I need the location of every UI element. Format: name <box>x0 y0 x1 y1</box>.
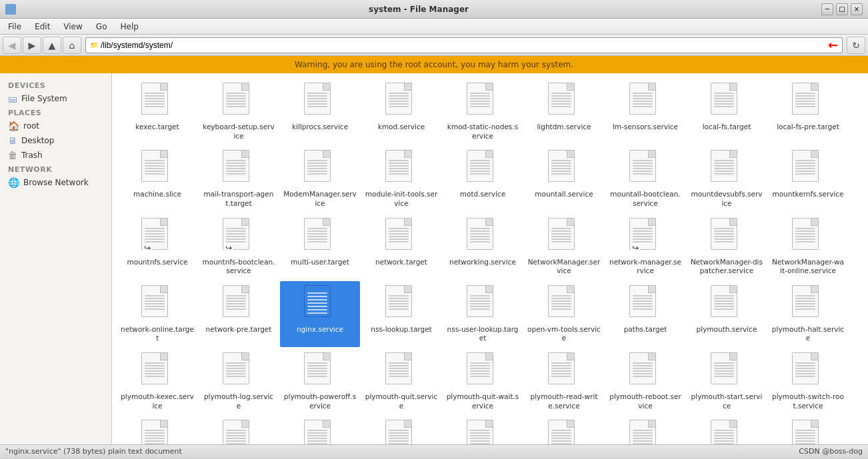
list-item[interactable]: plymouth-start.service <box>687 348 767 414</box>
file-label: machine.slice <box>133 190 181 199</box>
file-icon <box>223 150 255 187</box>
list-item[interactable]: killprocs.service <box>280 79 360 145</box>
forward-button[interactable]: ▶ <box>23 37 41 54</box>
file-label: mail-transport-agent.target <box>202 190 275 208</box>
maximize-button[interactable]: □ <box>836 3 848 15</box>
minimize-button[interactable]: − <box>821 3 833 15</box>
list-item[interactable]: NetworkManager-wait-online.service <box>768 214 848 280</box>
list-item[interactable]: mountall.service <box>524 146 604 212</box>
file-label: mountdevsubfs.service <box>690 190 763 208</box>
close-button[interactable]: × <box>851 3 863 15</box>
sidebar-item-desktop[interactable]: 🖥 Desktop <box>0 133 111 148</box>
file-label: network-manager.service <box>609 258 682 276</box>
list-item[interactable]: ModemManager.service <box>280 146 360 212</box>
up-button[interactable]: ▲ <box>43 37 61 54</box>
list-item[interactable]: plymouth-log.service <box>199 348 279 414</box>
content-area[interactable]: kexec.targetkeyboard-setup.servicekillpr… <box>112 73 868 444</box>
list-item[interactable]: printer.target <box>361 416 441 444</box>
list-item[interactable]: NetworkManager-dispatcher.service <box>687 214 767 280</box>
list-item[interactable]: procps.service <box>443 416 523 444</box>
list-item[interactable]: quotaon.service <box>687 416 767 444</box>
list-item[interactable]: kmod-static-nodes.service <box>443 79 523 145</box>
list-item[interactable]: kmod.service <box>361 79 441 145</box>
file-icon <box>385 352 417 390</box>
file-icon <box>548 285 580 322</box>
back-button[interactable]: ◀ <box>3 37 21 54</box>
file-icon <box>548 150 580 187</box>
file-label: plymouth-quit.service <box>365 392 438 410</box>
list-item[interactable]: paths.target <box>605 281 685 347</box>
list-item[interactable]: plymouth-quit.service <box>361 348 441 414</box>
file-icon <box>223 285 255 322</box>
menu-help[interactable]: Help <box>115 21 143 33</box>
list-item[interactable]: plymouth-switch-root.service <box>768 348 848 414</box>
file-icon <box>304 420 336 444</box>
sidebar-item-browse-network[interactable]: 🌐 Browse Network <box>0 175 111 190</box>
file-label: plymouth-read-write.service <box>527 392 601 410</box>
list-item[interactable]: machine.slice <box>117 146 197 212</box>
file-icon <box>711 150 743 187</box>
list-item[interactable]: mountkernfs.service <box>768 146 848 212</box>
file-label: NetworkManager-dispatcher.service <box>690 258 763 276</box>
file-icon <box>304 218 336 255</box>
list-item[interactable]: ↪mountnfs.service <box>117 214 197 280</box>
devices-section-title: DEVICES <box>0 79 111 91</box>
menu-go[interactable]: Go <box>91 21 113 33</box>
list-item[interactable]: lm-sensors.service <box>605 79 685 145</box>
menu-view[interactable]: View <box>58 21 87 33</box>
list-item[interactable]: plymouth-halt.service <box>768 281 848 347</box>
list-item[interactable]: kexec.target <box>117 79 197 145</box>
list-item[interactable]: nss-user-lookup.target <box>443 281 523 347</box>
list-item[interactable]: proc-sys-fs-binfmt_misc.automount <box>524 416 604 444</box>
list-item[interactable]: pppd-dns.service <box>280 416 360 444</box>
sidebar-item-root[interactable]: 🏠 root <box>0 119 111 133</box>
list-item[interactable]: network.target <box>361 214 441 280</box>
list-item[interactable]: local-fs-pre.target <box>768 79 848 145</box>
list-item[interactable]: keyboard-setup.service <box>199 79 279 145</box>
file-icon <box>548 352 580 390</box>
list-item[interactable]: plymouth-kexec.service <box>117 348 197 414</box>
file-label: mountkernfs.service <box>772 190 843 199</box>
reload-button[interactable]: ↻ <box>847 37 865 54</box>
file-label: plymouth-log.service <box>202 392 275 410</box>
list-item[interactable]: nginx.service <box>280 281 360 347</box>
list-item[interactable]: plymouth-quit-wait.service <box>443 348 523 414</box>
list-item[interactable]: network-online.target <box>117 281 197 347</box>
file-icon <box>711 285 743 322</box>
list-item[interactable]: multi-user.target <box>280 214 360 280</box>
menu-file[interactable]: File <box>3 21 27 33</box>
list-item[interactable]: plymouth.service <box>687 281 767 347</box>
file-icon <box>141 285 173 322</box>
list-item[interactable]: network-pre.target <box>199 281 279 347</box>
file-label: mountall.service <box>535 190 593 199</box>
list-item[interactable]: ↪network-manager.service <box>605 214 685 280</box>
list-item[interactable]: networking.service <box>443 214 523 280</box>
sidebar-item-trash[interactable]: 🗑 Trash <box>0 148 111 163</box>
list-item[interactable]: local-fs.target <box>687 79 767 145</box>
file-icon <box>141 150 173 187</box>
list-item[interactable]: mail-transport-agent.target <box>199 146 279 212</box>
list-item[interactable]: motd.service <box>443 146 523 212</box>
list-item[interactable]: module-init-tools.service <box>361 146 441 212</box>
address-input[interactable] <box>101 41 825 50</box>
list-item[interactable]: NetworkManager.service <box>524 214 604 280</box>
filesystem-label: File System <box>21 94 67 103</box>
file-icon <box>304 352 336 390</box>
list-item[interactable]: poweroff.target <box>199 416 279 444</box>
list-item[interactable]: mountdevsubfs.service <box>687 146 767 212</box>
list-item[interactable]: mountall-bootclean.service <box>605 146 685 212</box>
sidebar-item-filesystem[interactable]: 🖴 File System <box>0 91 111 106</box>
home-button[interactable]: ⌂ <box>63 37 81 54</box>
list-item[interactable]: plymouth-reboot.service <box>605 348 685 414</box>
list-item[interactable]: lightdm.service <box>524 79 604 145</box>
list-item[interactable]: polkitd.service <box>117 416 197 444</box>
list-item[interactable]: rc.local.service <box>768 416 848 444</box>
list-item[interactable]: plymouth-poweroff.service <box>280 348 360 414</box>
list-item[interactable]: plymouth-read-write.service <box>524 348 604 414</box>
file-label: mountnfs.service <box>127 258 188 267</box>
list-item[interactable]: nss-lookup.target <box>361 281 441 347</box>
list-item[interactable]: proc-sys-fs-binfmt_misc.mount <box>605 416 685 444</box>
list-item[interactable]: ↪mountnfs-bootclean.service <box>199 214 279 280</box>
list-item[interactable]: open-vm-tools.service <box>524 281 604 347</box>
menu-edit[interactable]: Edit <box>29 21 55 33</box>
